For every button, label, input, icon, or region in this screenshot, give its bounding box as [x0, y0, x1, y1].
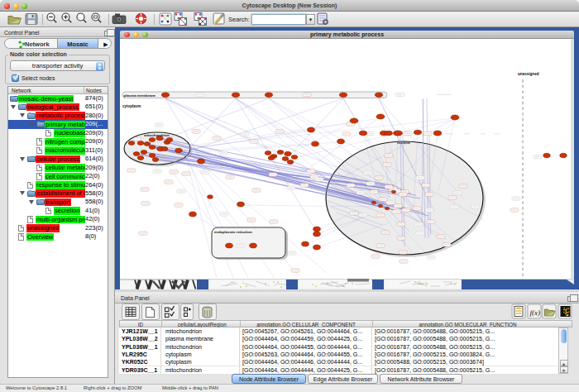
svg-text:f(x): f(x) — [530, 308, 541, 317]
svg-text:cytoplasm: cytoplasm — [122, 104, 141, 108]
svg-text:endoplasmic reticulum: endoplasmic reticulum — [214, 230, 252, 234]
svg-text:plasma membrane: plasma membrane — [124, 93, 156, 98]
svg-text:mitochondrion: mitochondrion — [144, 133, 170, 137]
svg-text:unassigned: unassigned — [518, 72, 539, 76]
